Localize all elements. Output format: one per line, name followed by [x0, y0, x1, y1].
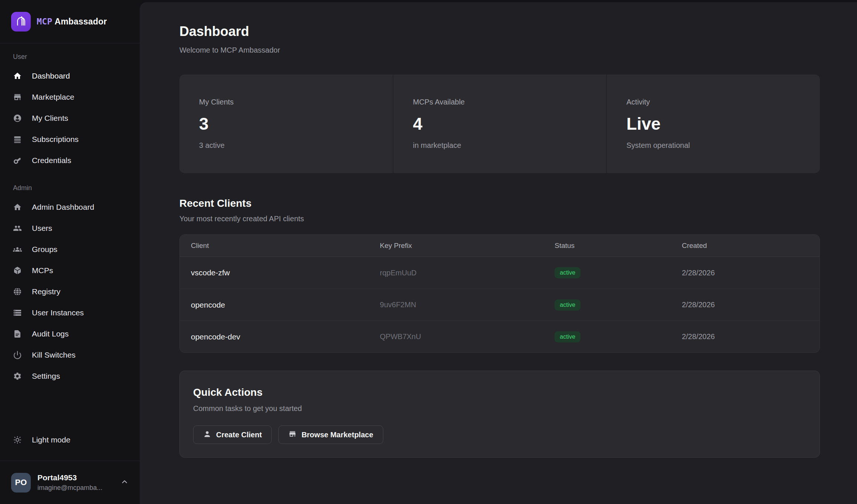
- browse-marketplace-button[interactable]: Browse Marketplace: [278, 425, 383, 444]
- stat-sub: in marketplace: [413, 141, 606, 150]
- client-name: opencode-dev: [191, 332, 380, 341]
- cube-icon: [13, 266, 22, 275]
- sidebar-item-label: Audit Logs: [32, 329, 69, 338]
- sidebar-item-kill-switches[interactable]: Kill Switches: [0, 344, 140, 365]
- page-subtitle: Welcome to MCP Ambassador: [179, 46, 820, 54]
- sidebar-item-label: Credentials: [32, 156, 71, 165]
- stat-sub: 3 active: [199, 141, 393, 150]
- main-panel: Dashboard Welcome to MCP Ambassador My C…: [140, 2, 857, 504]
- user-icon: [203, 430, 211, 440]
- section-label: User: [13, 53, 140, 61]
- sidebar-header: MCPAmbassador: [0, 0, 140, 43]
- created-date: 2/28/2026: [682, 332, 808, 341]
- groups-icon: [13, 245, 22, 254]
- sidebar-item-registry[interactable]: Registry: [0, 281, 140, 302]
- quick-actions-card: Quick Actions Common tasks to get you st…: [179, 371, 820, 458]
- create-client-label: Create Client: [216, 431, 262, 439]
- create-client-button[interactable]: Create Client: [193, 425, 272, 444]
- globe-icon: [13, 287, 22, 296]
- sidebar-item-label: Settings: [32, 372, 60, 381]
- gear-icon: [13, 372, 22, 381]
- table-row[interactable]: vscode-zfw rqpEmUuD active 2/28/2026: [180, 257, 820, 289]
- sidebar-item-label: Kill Switches: [32, 351, 76, 359]
- sidebar-item-label: Subscriptions: [32, 135, 79, 144]
- recent-clients-table: Client Key Prefix Status Created vscode-…: [179, 234, 820, 353]
- table-header: Client Key Prefix Status Created: [180, 235, 820, 257]
- server-icon: [13, 308, 22, 317]
- sidebar-item-label: Registry: [32, 287, 60, 296]
- sidebar-item-dashboard[interactable]: Dashboard: [0, 65, 140, 86]
- quick-actions-buttons: Create Client Browse Marketplace: [193, 425, 806, 444]
- avatar: PO: [11, 473, 31, 493]
- sidebar-item-audit-logs[interactable]: Audit Logs: [0, 323, 140, 344]
- column-header-status: Status: [555, 242, 682, 250]
- sidebar-item-label: Admin Dashboard: [32, 203, 94, 212]
- key-prefix: rqpEmUuD: [380, 269, 555, 277]
- sidebar-item-mcps[interactable]: MCPs: [0, 260, 140, 281]
- sidebar-item-label: My Clients: [32, 114, 68, 123]
- key-prefix: 9uv6F2MN: [380, 301, 555, 309]
- sidebar-item-label: MCPs: [32, 266, 53, 275]
- sidebar-item-users[interactable]: Users: [0, 218, 140, 239]
- key-prefix: QPWB7XnU: [380, 332, 555, 341]
- stat-activity: Activity Live System operational: [606, 74, 820, 173]
- stat-value: 4: [413, 114, 606, 134]
- stats-row: My Clients 3 3 active MCPs Available 4 i…: [179, 74, 820, 173]
- nav-section-user: User Dashboard Marketplace My Clients: [0, 53, 140, 171]
- created-date: 2/28/2026: [682, 269, 808, 277]
- stat-label: MCPs Available: [413, 98, 606, 106]
- user-circle-icon: [13, 114, 22, 123]
- sidebar-item-label: Users: [32, 224, 52, 233]
- list-icon: [13, 135, 22, 144]
- sidebar-item-user-instances[interactable]: User Instances: [0, 302, 140, 323]
- sidebar-item-label: Dashboard: [32, 72, 70, 80]
- status-badge: active: [555, 331, 580, 342]
- store-icon: [288, 430, 297, 440]
- section-label: Admin: [13, 184, 140, 192]
- sidebar-item-my-clients[interactable]: My Clients: [0, 107, 140, 129]
- users-icon: [13, 224, 22, 233]
- page-title: Dashboard: [179, 24, 820, 39]
- browse-marketplace-label: Browse Marketplace: [301, 431, 373, 439]
- document-icon: [13, 329, 22, 338]
- stat-value: Live: [626, 114, 820, 134]
- sidebar-item-label: User Instances: [32, 308, 84, 317]
- stat-label: Activity: [626, 98, 820, 106]
- client-name: opencode: [191, 301, 380, 309]
- brand-name: MCPAmbassador: [37, 17, 107, 27]
- chevron-up-icon: [120, 478, 129, 487]
- power-icon: [13, 351, 22, 359]
- sidebar-item-groups[interactable]: Groups: [0, 239, 140, 260]
- brand-name-rest: Ambassador: [54, 17, 107, 26]
- stat-label: My Clients: [199, 98, 393, 106]
- stat-mcps-available: MCPs Available 4 in marketplace: [393, 74, 606, 173]
- quick-actions-subtitle: Common tasks to get you started: [193, 404, 806, 413]
- arch-logo-icon: [14, 14, 28, 29]
- status-badge: active: [555, 299, 580, 311]
- user-name: Portal4953: [37, 473, 102, 482]
- theme-toggle[interactable]: Light mode: [0, 429, 140, 450]
- recent-clients-title: Recent Clients: [179, 198, 820, 209]
- stat-value: 3: [199, 114, 393, 134]
- store-icon: [13, 93, 22, 102]
- brand-logo[interactable]: [11, 12, 31, 32]
- key-icon: [13, 156, 22, 165]
- stat-sub: System operational: [626, 141, 820, 150]
- brand-name-mcp: MCP: [37, 17, 52, 26]
- user-menu[interactable]: PO Portal4953 imagine@mcpamba...: [0, 461, 140, 504]
- sidebar: MCPAmbassador User Dashboard Marketplace: [0, 0, 140, 504]
- user-meta: Portal4953 imagine@mcpamba...: [37, 473, 102, 492]
- sidebar-item-subscriptions[interactable]: Subscriptions: [0, 129, 140, 150]
- created-date: 2/28/2026: [682, 301, 808, 309]
- sidebar-nav: User Dashboard Marketplace My Clients: [0, 43, 140, 461]
- sidebar-item-credentials[interactable]: Credentials: [0, 150, 140, 171]
- sidebar-item-label: Marketplace: [32, 93, 74, 102]
- column-header-key-prefix: Key Prefix: [380, 242, 555, 250]
- table-row[interactable]: opencode 9uv6F2MN active 2/28/2026: [180, 289, 820, 321]
- table-row[interactable]: opencode-dev QPWB7XnU active 2/28/2026: [180, 321, 820, 352]
- sidebar-item-admin-dashboard[interactable]: Admin Dashboard: [0, 196, 140, 218]
- sun-icon: [13, 435, 22, 444]
- sidebar-item-marketplace[interactable]: Marketplace: [0, 86, 140, 107]
- theme-toggle-label: Light mode: [32, 435, 70, 444]
- sidebar-item-settings[interactable]: Settings: [0, 365, 140, 387]
